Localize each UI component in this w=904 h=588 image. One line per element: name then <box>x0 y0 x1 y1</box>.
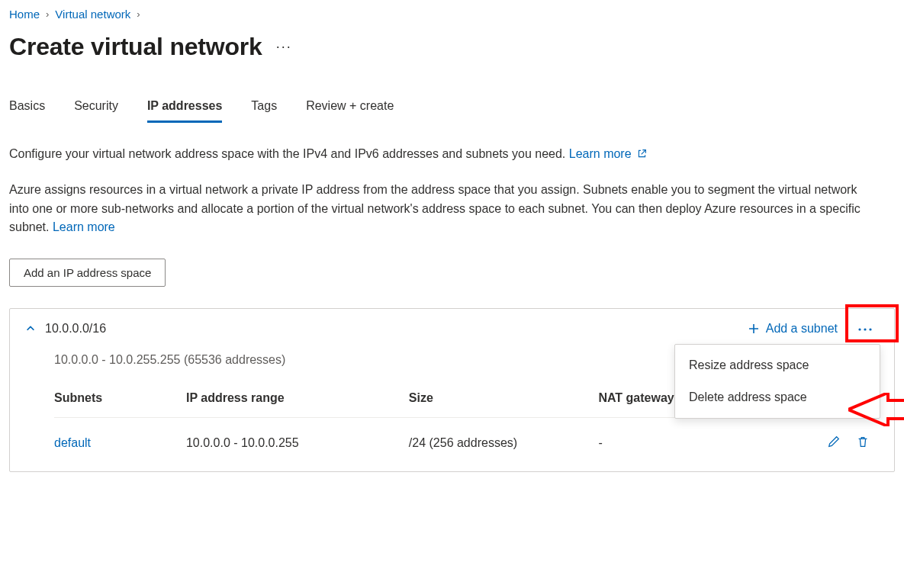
subnet-name-link[interactable]: default <box>54 436 91 449</box>
trash-icon <box>856 435 870 448</box>
page-more-button[interactable]: ··· <box>276 39 292 55</box>
tab-review-create[interactable]: Review + create <box>306 95 394 123</box>
menu-resize-address-space[interactable]: Resize address space <box>675 349 880 381</box>
breadcrumb-separator: › <box>46 8 49 20</box>
col-header-size: Size <box>409 384 599 418</box>
breadcrumb-virtual-network[interactable]: Virtual network <box>55 8 130 21</box>
description-line-2: Azure assigns resources in a virtual net… <box>9 181 879 237</box>
page-title: Create virtual network <box>9 33 262 61</box>
svg-point-2 <box>869 329 871 331</box>
tab-ip-addresses[interactable]: IP addresses <box>147 95 222 123</box>
breadcrumb-separator: › <box>137 8 140 20</box>
edit-subnet-button[interactable] <box>827 435 841 451</box>
address-space-card: 10.0.0.0/16 Add a subnet 10.0.0.0 - 10.0… <box>9 308 895 472</box>
add-ip-address-space-button[interactable]: Add an IP address space <box>9 259 166 287</box>
menu-delete-address-space[interactable]: Delete address space <box>675 381 880 413</box>
add-subnet-button[interactable]: Add a subnet <box>748 322 838 336</box>
address-space-more-button[interactable] <box>851 320 879 338</box>
col-header-ip-range: IP address range <box>186 384 409 418</box>
tab-tags[interactable]: Tags <box>251 95 277 123</box>
description-line-1: Configure your virtual network address s… <box>9 145 879 164</box>
plus-icon <box>748 323 760 335</box>
svg-point-1 <box>864 329 866 331</box>
tab-security[interactable]: Security <box>74 95 118 123</box>
more-horizontal-icon <box>857 326 873 333</box>
subnet-nat: - <box>598 418 780 469</box>
table-row: default 10.0.0.0 - 10.0.0.255 /24 (256 a… <box>54 418 879 469</box>
pencil-icon <box>827 435 841 448</box>
delete-subnet-button[interactable] <box>856 435 870 451</box>
chevron-up-icon[interactable] <box>25 323 36 334</box>
learn-more-link[interactable]: Learn more <box>569 147 647 160</box>
breadcrumb: Home › Virtual network › <box>9 8 895 21</box>
svg-point-0 <box>858 329 861 331</box>
breadcrumb-home[interactable]: Home <box>9 8 40 21</box>
tab-basics[interactable]: Basics <box>9 95 45 123</box>
address-space-context-menu: Resize address space Delete address spac… <box>674 344 880 419</box>
learn-more-link[interactable]: Learn more <box>53 220 115 233</box>
external-link-icon <box>637 149 647 159</box>
subnet-ip-range: 10.0.0.0 - 10.0.0.255 <box>186 418 409 469</box>
col-header-subnets: Subnets <box>54 384 186 418</box>
subnet-size: /24 (256 addresses) <box>409 418 599 469</box>
tabs: Basics Security IP addresses Tags Review… <box>9 95 895 124</box>
address-space-cidr: 10.0.0.0/16 <box>45 322 106 336</box>
